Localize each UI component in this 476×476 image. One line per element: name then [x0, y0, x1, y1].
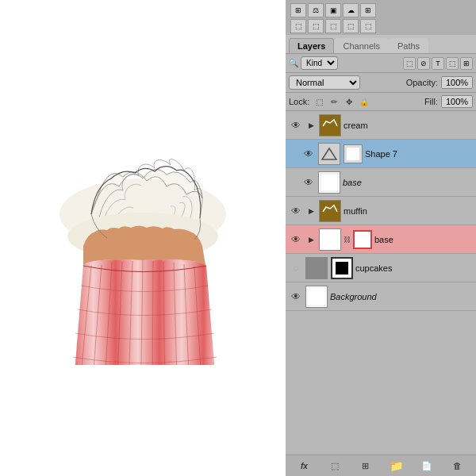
arrange-icon[interactable]: ⊞ — [290, 3, 306, 17]
svg-rect-25 — [336, 262, 348, 274]
tab-paths[interactable]: Paths — [389, 38, 428, 53]
toolbar-row-2: ⬚ ⬚ ⬚ ⬚ ⬚ — [290, 19, 471, 33]
visibility-icon-muffin[interactable]: 👁 — [289, 204, 303, 218]
visibility-icon-cream[interactable]: 👁 — [289, 118, 303, 132]
fill-label: Fill: — [424, 97, 438, 106]
tb-icon-2[interactable]: ⬚ — [308, 19, 324, 33]
layer-row-shape7[interactable]: 👁 Shape 7 — [286, 140, 476, 168]
filter-smart-icon[interactable]: ⊞ — [460, 57, 473, 70]
fx-button[interactable]: fx — [296, 459, 312, 473]
filter-icons: ⬚ ⊘ T ⬚ ⊞ — [403, 57, 473, 70]
layer-row-background[interactable]: 👁 Background — [286, 282, 476, 311]
new-group-button[interactable]: 📁 — [388, 459, 404, 473]
filter-pixel-icon[interactable]: ⬚ — [403, 57, 416, 70]
blend-mode-select[interactable]: Normal — [289, 75, 360, 90]
svg-rect-22 — [355, 232, 370, 248]
add-mask-button[interactable]: ⬚ — [327, 459, 343, 473]
filter-kind-select[interactable]: Kind — [301, 56, 338, 70]
chain-icon-base2: ⛓ — [344, 236, 350, 244]
fill-value[interactable]: 100% — [441, 95, 473, 108]
visibility-icon-base[interactable]: 👁 — [301, 175, 316, 190]
visibility-icon-background[interactable]: 👁 — [289, 290, 303, 304]
layer-thumb-background — [305, 286, 328, 308]
tb-icon-1[interactable]: ⬚ — [290, 19, 306, 33]
layer-name-cream: cream — [344, 121, 473, 130]
tb-icon-5[interactable]: ⬚ — [360, 19, 376, 33]
layer-thumb-cupcakes — [331, 257, 353, 279]
lock-label: Lock: — [289, 97, 309, 106]
bottom-toolbar: fx ⬚ ⊞ 📁 📄 🗑 — [286, 455, 476, 476]
expand-icon-muffin[interactable]: ▶ — [305, 205, 317, 217]
blend-mode-row: Normal Opacity: 100% — [286, 73, 476, 93]
svg-rect-21 — [320, 229, 340, 250]
svg-rect-18 — [319, 172, 340, 193]
grid-icon[interactable]: ⊞ — [360, 3, 376, 17]
visibility-icon-cupcakes[interactable]: ○ — [289, 261, 303, 275]
lock-row: Lock: ⬚ ✏ ✥ 🔒 Fill: 100% — [286, 93, 476, 111]
tb-icon-4[interactable]: ⬚ — [343, 19, 359, 33]
layer-row-base2[interactable]: 👁 ▶ ⛓ base — [286, 225, 476, 254]
lock-all-icon[interactable]: 🔒 — [358, 95, 370, 108]
layer-mask-base2 — [353, 230, 372, 249]
search-icon: 🔍 — [289, 59, 298, 67]
layer-name-background: Background — [330, 292, 473, 301]
lock-transparency-icon[interactable]: ⬚ — [313, 95, 325, 108]
layer-thumb-shape7 — [318, 143, 340, 165]
delete-layer-button[interactable]: 🗑 — [450, 459, 466, 473]
layer-row-cupcakes[interactable]: ○ cupcakes — [286, 254, 476, 282]
tab-layers[interactable]: Layers — [289, 38, 334, 53]
svg-rect-17 — [347, 148, 359, 160]
lock-position-icon[interactable]: ✥ — [343, 95, 355, 108]
filter-text-icon[interactable]: T — [432, 57, 444, 70]
tab-channels[interactable]: Channels — [334, 38, 388, 53]
align-icon[interactable]: ▣ — [325, 3, 341, 17]
layer-name-muffin: muffin — [344, 206, 473, 216]
top-toolbar: ⊞ ⚖ ▣ ☁ ⊞ ⬚ ⬚ ⬚ ⬚ ⬚ — [286, 0, 476, 35]
smart-icon[interactable]: ☁ — [343, 3, 359, 17]
layer-row-muffin[interactable]: 👁 ▶ muffin — [286, 197, 476, 225]
toolbar-row-1: ⊞ ⚖ ▣ ☁ ⊞ — [290, 3, 471, 17]
expand-icon-base2[interactable]: ▶ — [305, 234, 317, 245]
layer-thumb-base2 — [319, 228, 341, 251]
layer-row-cream[interactable]: 👁 ▶ cream — [286, 111, 476, 140]
opacity-label: Opacity: — [406, 78, 438, 87]
visibility-icon-shape7[interactable]: 👁 — [301, 147, 316, 161]
new-layer-button[interactable]: 📄 — [419, 459, 435, 473]
layers-panel: 🔍 Kind ⬚ ⊘ T ⬚ ⊞ Normal Opacity: 100% Lo… — [286, 54, 476, 476]
layer-name-cupcakes: cupcakes — [355, 263, 473, 273]
canvas-area — [0, 0, 286, 476]
layer-extra-thumb-cupcakes — [305, 257, 328, 279]
panel-area: ⊞ ⚖ ▣ ☁ ⊞ ⬚ ⬚ ⬚ ⬚ ⬚ Layers Channels Path… — [286, 0, 476, 476]
expand-icon-cream[interactable]: ▶ — [305, 120, 317, 131]
layer-name-base: base — [343, 178, 473, 187]
svg-rect-26 — [306, 286, 327, 307]
layer-name-shape7: Shape 7 — [365, 149, 473, 159]
opacity-value[interactable]: 100% — [441, 76, 473, 89]
lock-icons: ⬚ ✏ ✥ 🔒 — [313, 95, 370, 108]
new-fill-layer-button[interactable]: ⊞ — [358, 459, 374, 473]
filter-adjustment-icon[interactable]: ⊘ — [417, 57, 430, 70]
layer-row-base[interactable]: 👁 base — [286, 168, 476, 197]
svg-rect-23 — [306, 258, 327, 278]
layer-thumb-cream — [319, 114, 341, 136]
layer-mask-shape7 — [344, 144, 363, 163]
layer-thumb-muffin — [319, 200, 341, 222]
layers-list: 👁 ▶ cream 👁 — [286, 111, 476, 455]
visibility-icon-base2[interactable]: 👁 — [289, 232, 303, 247]
filter-row: 🔍 Kind ⬚ ⊘ T ⬚ ⊞ — [286, 54, 476, 73]
tabs-row: Layers Channels Paths — [286, 35, 476, 54]
svg-rect-15 — [319, 144, 340, 164]
cupcake-image — [32, 111, 254, 365]
lock-image-icon[interactable]: ✏ — [328, 95, 340, 108]
distribute-icon[interactable]: ⚖ — [308, 3, 324, 17]
filter-shape-icon[interactable]: ⬚ — [446, 57, 459, 70]
tb-icon-3[interactable]: ⬚ — [325, 19, 341, 33]
layer-name-base2: base — [374, 235, 473, 244]
layer-thumb-base — [318, 171, 340, 194]
